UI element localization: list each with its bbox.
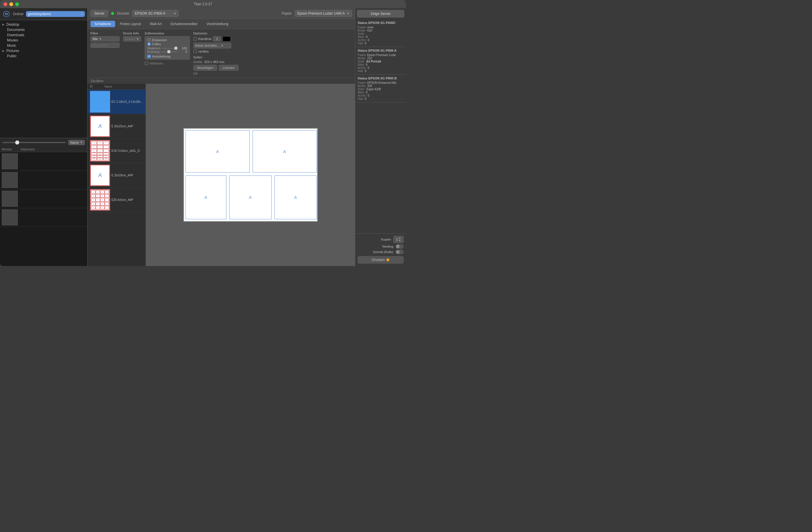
maximize-button[interactable] bbox=[15, 2, 19, 6]
toggle-thumb bbox=[396, 250, 400, 254]
tree-item-music[interactable]: Music bbox=[0, 43, 87, 48]
filter-group: Filter Alle ▼ Namentlich bbox=[90, 31, 120, 75]
status-row: Archiv: 0 bbox=[358, 94, 404, 97]
tree-label: Desktop bbox=[6, 23, 19, 27]
nesting-toggle[interactable] bbox=[395, 244, 404, 249]
einpassen-label: Einpassen bbox=[152, 38, 167, 42]
tab-schabloneneditor[interactable]: Schabloneneditor bbox=[166, 21, 202, 27]
tree-item-public[interactable]: Public bbox=[0, 53, 87, 59]
preview-paper: A A A A A bbox=[184, 128, 318, 222]
status-row: Archiv: 0 bbox=[358, 39, 404, 42]
ps-val: Super A3/B bbox=[366, 88, 381, 91]
drehung-slider[interactable] bbox=[161, 51, 178, 52]
tree-arrow-icon: ▶ bbox=[2, 23, 5, 26]
template-item[interactable]: EC 2-18x13_3-13x18c... bbox=[87, 90, 146, 114]
loschen-button[interactable]: Löschen bbox=[219, 65, 238, 71]
tree-item-desktop[interactable]: ▶ Desktop bbox=[0, 22, 87, 27]
folder-dropdown[interactable]: geminisystems ▼ bbox=[26, 11, 85, 17]
preview-cell: A bbox=[274, 176, 317, 219]
ps-val: 610 bbox=[367, 29, 372, 32]
randlinie-checkbox[interactable] bbox=[193, 37, 197, 41]
ps-key: Breite: bbox=[358, 29, 366, 32]
template-list: ID Name EC 2-18x13_3-13x18c... A bbox=[87, 84, 146, 266]
skalieren-value: 100 bbox=[179, 46, 187, 50]
thumbnail-list bbox=[0, 152, 87, 266]
tree-item-downloads[interactable]: Downloads bbox=[0, 32, 87, 38]
ps-key: Halt: bbox=[358, 42, 364, 45]
tree-item-documents[interactable]: Documents bbox=[0, 27, 87, 32]
filter-dropdown[interactable]: Alle ▼ bbox=[90, 36, 120, 41]
schnitt-dropdown[interactable]: Keine Schnittm... ▼ bbox=[193, 43, 231, 48]
status-row: Seite: A4 Portrait bbox=[358, 60, 404, 63]
ps-key: Aktiv: bbox=[358, 91, 365, 94]
tree-item-movies[interactable]: Movies bbox=[0, 38, 87, 43]
template-thumbnail bbox=[90, 91, 110, 113]
tab-schablone[interactable]: Schablone bbox=[90, 21, 115, 27]
randlos-label: randlos bbox=[198, 50, 209, 53]
drucken-button[interactable]: Drucken bbox=[358, 256, 404, 264]
center-panel: Server Drucker EPSON SC-P800 A ▼ Papier … bbox=[87, 8, 355, 266]
minimize-button[interactable] bbox=[9, 2, 13, 6]
ps-val: 0 bbox=[365, 70, 367, 73]
status-row: Seite: Super A3/B bbox=[358, 88, 404, 91]
randlinie-value[interactable]: 2 bbox=[213, 36, 221, 41]
template-item[interactable]: AAAA AAAA AAAA AAAA AAAA E20-4x5cm_A4P bbox=[87, 188, 146, 212]
skalieren-slider[interactable] bbox=[162, 48, 178, 49]
autodrehung-row[interactable]: Autodrehung bbox=[147, 55, 187, 58]
tree-label: Documents bbox=[7, 28, 25, 32]
drucker-label: Drucker bbox=[117, 11, 129, 15]
list-item[interactable] bbox=[0, 152, 87, 171]
fullen-option[interactable]: Füllen bbox=[147, 42, 187, 46]
drucker-dropdown[interactable]: EPSON SC-P800 A ▼ bbox=[132, 10, 179, 17]
chevron-down-icon: ▼ bbox=[136, 37, 139, 41]
preview-cell: A bbox=[186, 176, 226, 219]
folder-value: geminisystems bbox=[28, 12, 51, 16]
tab-wall-art[interactable]: Wall Art bbox=[146, 21, 166, 27]
tab-freies-layout[interactable]: Freies Layout bbox=[116, 21, 145, 27]
papier-value: Epson Premium Luster 1440 A bbox=[297, 11, 345, 15]
sort-dropdown[interactable]: Name ▼ bbox=[68, 140, 85, 145]
main-toolbar: Server Drucker EPSON SC-P800 A ▼ Papier … bbox=[87, 8, 355, 19]
stepper-arrows[interactable]: ▲▼ bbox=[398, 237, 401, 242]
list-item[interactable] bbox=[0, 171, 87, 190]
fullen-label: Füllen bbox=[152, 42, 161, 46]
close-button[interactable] bbox=[3, 2, 7, 6]
list-item[interactable] bbox=[0, 208, 87, 227]
randlos-checkbox[interactable] bbox=[193, 50, 197, 53]
template-item[interactable]: A E 20x28cm_A4P bbox=[87, 163, 146, 188]
skalieren-label: Skalieren bbox=[147, 46, 161, 50]
druck-info-dropdown[interactable]: Keines ▼ bbox=[123, 36, 141, 41]
namentlich-input[interactable]: Namentlich bbox=[90, 43, 120, 48]
template-thumbnail: A bbox=[90, 115, 110, 137]
fullen-radio[interactable] bbox=[147, 42, 151, 46]
tree-item-pictures[interactable]: ▶ Pictures bbox=[0, 48, 87, 53]
hilfslinien-label: Hilfslinien bbox=[150, 61, 163, 65]
kopien-stepper[interactable]: 1 ▲▼ bbox=[393, 236, 404, 243]
skalieren-thumb[interactable] bbox=[174, 47, 177, 50]
server-button[interactable]: Server bbox=[90, 10, 108, 17]
papier-label: Papier bbox=[282, 11, 292, 15]
show-server-button[interactable]: Zeige Server bbox=[357, 10, 404, 17]
tree-arrow-icon: ▶ bbox=[2, 50, 5, 52]
list-item[interactable] bbox=[0, 190, 87, 208]
papier-dropdown[interactable]: Epson Premium Luster 1440 A ▼ bbox=[294, 10, 352, 17]
hilfslinien-checkbox[interactable] bbox=[145, 61, 148, 65]
einpassen-radio[interactable] bbox=[147, 38, 151, 42]
hinzufuegen-button[interactable]: Hinzufügen bbox=[193, 65, 217, 71]
tab-voreinstellung[interactable]: Voreinstellung bbox=[202, 21, 232, 27]
folder-label: Ordner bbox=[13, 12, 24, 16]
template-name: EC 2-18x13_3-13x18c... bbox=[112, 100, 143, 103]
drehung-label: Drehung bbox=[147, 50, 160, 53]
template-item[interactable]: ABC DEF GHI JKL MNO PQR E18-7x10cm_sA3L_… bbox=[87, 139, 146, 163]
groesse-value: 329 x 483 mm bbox=[204, 60, 224, 64]
slider-thumb[interactable] bbox=[15, 140, 19, 144]
color-swatch[interactable] bbox=[222, 36, 231, 41]
schnitt-toggle[interactable] bbox=[395, 250, 404, 254]
status-title-1: Status EPSON SC-P600C bbox=[358, 21, 404, 25]
einpassen-option[interactable]: Einpassen bbox=[147, 38, 187, 42]
template-item[interactable]: A E 20x25cm_A4P bbox=[87, 114, 146, 139]
hilfslinien-row[interactable]: Hilfslinien bbox=[145, 61, 190, 65]
autodrehung-checkbox[interactable] bbox=[147, 55, 151, 58]
drehung-thumb[interactable] bbox=[168, 50, 170, 53]
main-content: Ordner geminisystems ▼ ▶ Desktop Documen… bbox=[0, 8, 406, 266]
